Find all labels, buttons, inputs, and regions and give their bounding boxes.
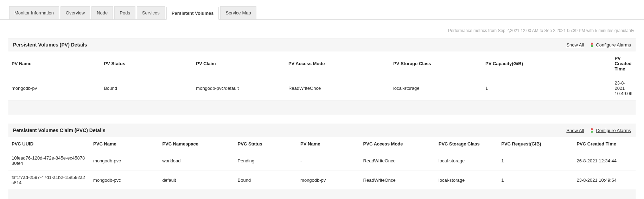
- pvc-cell-status: Bound: [234, 170, 297, 190]
- pvc-panel: Persistent Volumes Claim (PVC) Details S…: [8, 124, 636, 199]
- pv-cell-created: 23-8-2021 10:49:06: [611, 76, 636, 101]
- pvc-cell-created: 26-8-2021 12:34:44: [573, 151, 636, 170]
- pv-col-access[interactable]: PV Access Mode: [285, 51, 390, 76]
- pvc-cell-namespace: workload: [159, 151, 234, 170]
- pvc-col-name[interactable]: PVC Name: [90, 137, 159, 151]
- pvc-cell-namespace: default: [159, 170, 234, 190]
- pv-show-all-link[interactable]: Show All: [566, 42, 584, 48]
- pvc-cell-access: ReadWriteOnce: [360, 170, 435, 190]
- pvc-col-access[interactable]: PVC Access Mode: [360, 137, 435, 151]
- pvc-cell-status: Pending: [234, 151, 297, 170]
- pvc-cell-created: 23-8-2021 10:49:54: [573, 170, 636, 190]
- metrics-timerange-note: Performance metrics from Sep 2,2021 12:0…: [0, 20, 644, 38]
- pv-configure-alarms-link[interactable]: Configure Alarms: [590, 42, 631, 48]
- pvc-panel-footer: [8, 190, 636, 199]
- pv-cell-access: ReadWriteOnce: [285, 76, 390, 101]
- tab-service-map[interactable]: Service Map: [220, 6, 256, 19]
- pvc-cell-name: mongodb-pvc: [90, 151, 159, 170]
- pv-col-claim[interactable]: PV Claim: [192, 51, 285, 76]
- traffic-light-icon: [590, 43, 594, 47]
- pv-col-created[interactable]: PV Created Time: [611, 51, 636, 76]
- pvc-col-namespace[interactable]: PVC Namespace: [159, 137, 234, 151]
- pvc-col-uuid[interactable]: PVC UUID: [8, 137, 90, 151]
- pv-cell-storage: local-storage: [390, 76, 482, 101]
- pvc-cell-request: 1: [498, 170, 573, 190]
- tab-monitor-information[interactable]: Monitor Information: [9, 6, 59, 19]
- pvc-cell-request: 1: [498, 151, 573, 170]
- pvc-configure-alarms-label: Configure Alarms: [596, 128, 631, 133]
- pv-panel-title: Persistent Volumes (PV) Details: [13, 42, 566, 48]
- pvc-configure-alarms-link[interactable]: Configure Alarms: [590, 128, 631, 133]
- pvc-col-storage[interactable]: PVC Storage Class: [435, 137, 498, 151]
- pv-col-storage[interactable]: PV Storage Class: [390, 51, 482, 76]
- pvc-cell-storage: local-storage: [435, 170, 498, 190]
- table-row[interactable]: faf1f7ad-2597-47d1-a1b2-15e592a2c814 mon…: [8, 170, 636, 190]
- tab-services[interactable]: Services: [137, 6, 165, 19]
- pv-col-capacity[interactable]: PV Capacity(GiB): [482, 51, 611, 76]
- pv-cell-claim: mongodb-pvc/default: [192, 76, 285, 101]
- pvc-col-request[interactable]: PVC Request(GiB): [498, 137, 573, 151]
- pv-col-status[interactable]: PV Status: [100, 51, 192, 76]
- pvc-cell-storage: local-storage: [435, 151, 498, 170]
- pv-cell-name: mongodb-pv: [8, 76, 100, 101]
- tab-overview[interactable]: Overview: [60, 6, 90, 19]
- pv-configure-alarms-label: Configure Alarms: [596, 42, 631, 48]
- tab-persistent-volumes[interactable]: Persistent Volumes: [166, 7, 219, 20]
- pvc-cell-name: mongodb-pvc: [90, 170, 159, 190]
- traffic-light-icon: [590, 128, 594, 133]
- pv-panel-footer: [8, 101, 636, 115]
- pv-table: PV Name PV Status PV Claim PV Access Mod…: [8, 51, 636, 101]
- pvc-panel-title: Persistent Volumes Claim (PVC) Details: [13, 128, 566, 133]
- pvc-show-all-link[interactable]: Show All: [566, 128, 584, 133]
- table-row[interactable]: mongodb-pv Bound mongodb-pvc/default Rea…: [8, 76, 636, 101]
- pvc-cell-access: ReadWriteOnce: [360, 151, 435, 170]
- pvc-cell-uuid: faf1f7ad-2597-47d1-a1b2-15e592a2c814: [8, 170, 90, 190]
- pvc-cell-uuid: 10fead76-120d-472e-845e-ec4587830fe4: [8, 151, 90, 170]
- pvc-cell-pvname: -: [297, 151, 360, 170]
- pv-col-name[interactable]: PV Name: [8, 51, 100, 76]
- pvc-col-pvname[interactable]: PV Name: [297, 137, 360, 151]
- tab-node[interactable]: Node: [91, 6, 113, 19]
- pvc-col-status[interactable]: PVC Status: [234, 137, 297, 151]
- pv-cell-capacity: 1: [482, 76, 611, 101]
- pv-cell-status: Bound: [100, 76, 192, 101]
- table-row[interactable]: 10fead76-120d-472e-845e-ec4587830fe4 mon…: [8, 151, 636, 170]
- pvc-table: PVC UUID PVC Name PVC Namespace PVC Stat…: [8, 137, 636, 190]
- pv-panel: Persistent Volumes (PV) Details Show All…: [8, 38, 636, 115]
- tab-pods[interactable]: Pods: [114, 6, 135, 19]
- pv-table-header-row: PV Name PV Status PV Claim PV Access Mod…: [8, 51, 636, 76]
- tab-bar: Monitor Information Overview Node Pods S…: [0, 6, 644, 20]
- pvc-cell-pvname: mongodb-pv: [297, 170, 360, 190]
- pvc-col-created[interactable]: PVC Created Time: [573, 137, 636, 151]
- pvc-table-header-row: PVC UUID PVC Name PVC Namespace PVC Stat…: [8, 137, 636, 151]
